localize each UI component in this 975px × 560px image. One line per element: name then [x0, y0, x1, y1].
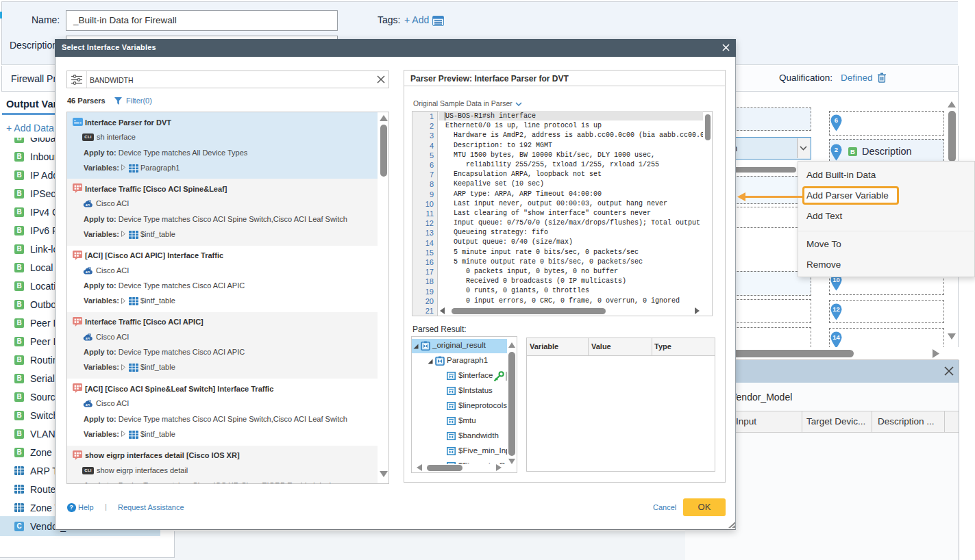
svg-text:API: API	[86, 205, 90, 207]
svg-text:14: 14	[832, 333, 840, 341]
svg-text:6: 6	[835, 116, 838, 124]
svg-text:12: 12	[832, 305, 840, 313]
svg-text:2: 2	[835, 146, 838, 153]
svg-text:API: API	[86, 338, 90, 340]
svg-text:API: API	[86, 404, 90, 407]
svg-text:API: API	[86, 271, 90, 274]
